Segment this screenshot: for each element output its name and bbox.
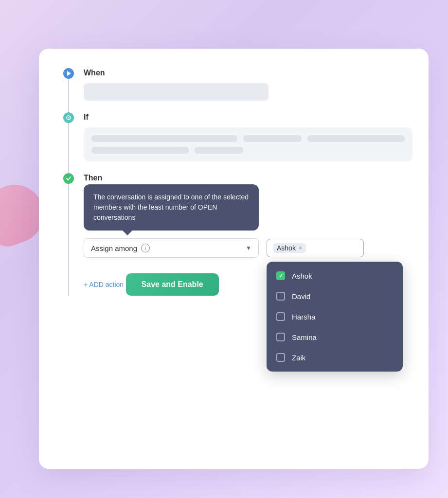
member-name-ashok: Ashok: [292, 272, 312, 280]
dropdown-item-ashok[interactable]: Ashok: [267, 266, 403, 286]
action-row: Assign among i ▼ Ashok ×: [84, 238, 404, 258]
tooltip-bubble: The conversation is assigned to one of t…: [84, 184, 259, 231]
tag-input[interactable]: Ashok ×: [267, 239, 364, 257]
checkbox-harsha[interactable]: [276, 312, 285, 321]
member-name-harsha: Harsha: [292, 313, 315, 321]
if-row-1: [91, 135, 405, 142]
dropdown-item-david[interactable]: David: [267, 286, 403, 306]
if-bar-4: [91, 147, 189, 154]
info-icon: i: [141, 244, 150, 252]
if-row-2: [91, 147, 405, 154]
when-icon: [63, 68, 74, 79]
then-content: The conversation is assigned to one of t…: [84, 182, 404, 296]
if-icon: [63, 112, 74, 123]
checkbox-ashok[interactable]: [276, 271, 285, 280]
save-enable-button[interactable]: Save and Enable: [126, 273, 219, 296]
if-label: If: [84, 112, 412, 122]
if-section: If: [84, 112, 412, 161]
assign-label: Assign among: [91, 244, 137, 252]
when-field: [84, 83, 404, 101]
when-section: When: [84, 68, 404, 101]
svg-point-2: [68, 117, 70, 119]
add-action-link[interactable]: + ADD action: [84, 281, 124, 288]
selected-tag: Ashok ×: [273, 243, 306, 253]
members-dropdown: Ashok David Harsha: [267, 262, 403, 372]
checkbox-david[interactable]: [276, 292, 285, 301]
member-name-samina: Samina: [292, 333, 317, 341]
if-bar-1: [91, 135, 237, 142]
assign-dropdown-left: Assign among i: [91, 244, 150, 252]
assign-among-dropdown[interactable]: Assign among i ▼: [84, 238, 259, 258]
member-name-zaik: Zaik: [292, 354, 305, 362]
dropdown-item-zaik[interactable]: Zaik: [267, 347, 403, 368]
dropdown-item-samina[interactable]: Samina: [267, 327, 403, 347]
checkbox-samina[interactable]: [276, 333, 285, 341]
if-fields: [84, 127, 412, 161]
when-label: When: [84, 68, 404, 77]
tag-value: Ashok: [277, 244, 296, 252]
checkbox-zaik[interactable]: [276, 353, 285, 362]
when-item: When: [63, 68, 404, 101]
if-item: If: [63, 112, 404, 161]
when-placeholder: [84, 83, 269, 101]
main-card: When If: [39, 49, 429, 469]
then-section: Then The conversation is assigned to one…: [84, 173, 404, 296]
timeline: When If: [63, 68, 404, 296]
if-bar-2: [243, 135, 302, 142]
info-text: i: [145, 245, 146, 251]
then-item: Then The conversation is assigned to one…: [63, 173, 404, 296]
dropdown-item-harsha[interactable]: Harsha: [267, 306, 403, 327]
then-label: Then: [84, 173, 404, 182]
add-action-label: + ADD action: [84, 281, 124, 288]
then-icon: [63, 173, 74, 184]
svg-marker-0: [67, 71, 71, 76]
if-bar-5: [195, 147, 243, 154]
tag-close-icon[interactable]: ×: [299, 245, 302, 251]
member-name-david: David: [292, 292, 310, 301]
chevron-down-icon: ▼: [246, 245, 251, 251]
tooltip-text: The conversation is assigned to one of t…: [93, 193, 249, 221]
if-bar-3: [307, 135, 405, 142]
